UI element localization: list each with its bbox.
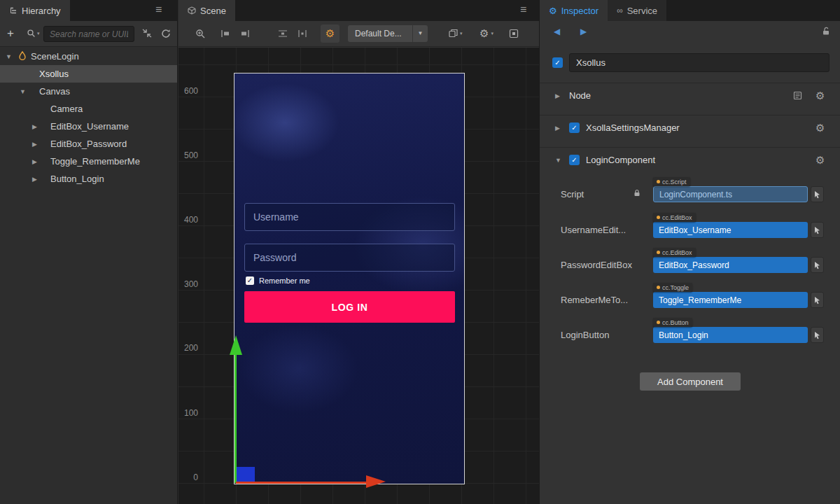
tree-row-toggle-rememberme[interactable]: ▶ Toggle_RememberMe	[0, 153, 177, 170]
tree-row-camera[interactable]: Camera	[0, 100, 177, 118]
tree-label: SceneLogin	[31, 51, 79, 62]
section-node[interactable]: ▶ Node ⚙	[540, 83, 840, 108]
tab-hierarchy[interactable]: Hierarchy	[0, 0, 70, 21]
ruler-label: 100	[180, 408, 198, 418]
tree-label: Xsollus	[39, 69, 69, 79]
section-xsolla-settings-manager[interactable]: ▶ ✓ XsollaSettingsManager ⚙	[540, 115, 840, 140]
expand-arrow-icon[interactable]: ▶	[32, 123, 37, 130]
scene-menu-icon[interactable]: ≡	[520, 4, 526, 16]
badge-dot-icon	[657, 321, 660, 324]
component-enabled-checkbox[interactable]: ✓	[569, 122, 580, 133]
remember-me-toggle[interactable]: ✓ Remember me	[246, 276, 310, 285]
x-axis-arrow-icon[interactable]	[366, 475, 386, 488]
tree-label: EditBox_Password	[50, 139, 127, 149]
hierarchy-toolbar: + ▾	[0, 21, 177, 47]
tree-label: Camera	[50, 104, 83, 114]
component-gear-icon[interactable]: ⚙	[816, 122, 825, 134]
distribute-horizontal-icon[interactable]	[278, 29, 288, 38]
expand-arrow-icon[interactable]: ▶	[32, 158, 37, 165]
lock-icon	[634, 189, 640, 197]
history-forward-icon[interactable]: ▶	[580, 27, 587, 36]
scene-settings-gear-icon[interactable]: ⚙▾	[479, 27, 493, 40]
unlock-icon[interactable]	[822, 27, 830, 36]
component-enabled-checkbox[interactable]: ✓	[569, 155, 580, 165]
password-editbox-ref[interactable]: EditBox_Password	[653, 257, 808, 273]
expand-arrow-icon[interactable]: ▶	[555, 92, 560, 99]
y-axis-gizmo[interactable]	[234, 354, 237, 483]
node-doc-icon[interactable]	[793, 91, 802, 100]
hierarchy-menu-icon[interactable]: ≡	[155, 4, 162, 16]
service-icon: ∞	[617, 6, 623, 15]
login-form-canvas[interactable]: Username Password ✓ Remember me LOG IN	[234, 73, 465, 484]
script-field[interactable]: LoginComponent.ts	[653, 186, 808, 202]
expand-arrow-icon[interactable]: ▶	[555, 125, 560, 132]
expand-arrow-icon[interactable]: ▼	[20, 88, 26, 95]
expand-arrow-icon[interactable]: ▼	[6, 53, 12, 60]
zoom-icon[interactable]	[195, 29, 206, 39]
collapse-all-icon[interactable]	[142, 29, 152, 38]
tree-row-button-login[interactable]: ▶ Button_Login	[0, 170, 177, 188]
tab-scene[interactable]: Scene	[178, 0, 235, 21]
search-filter-caret-icon: ▾	[37, 31, 40, 36]
component-gear-icon[interactable]: ⚙	[816, 154, 825, 167]
username-editbox-ref[interactable]: EditBox_Username	[653, 222, 808, 238]
section-settings-label: XsollaSettingsManager	[586, 122, 680, 133]
hierarchy-search-input[interactable]	[43, 26, 134, 42]
expand-arrow-icon[interactable]: ▼	[555, 157, 561, 164]
scene-toolbar: ⚙ Default De... ▼ ▾ ⚙▾	[178, 21, 539, 47]
tab-inspector-label: Inspector	[561, 6, 598, 16]
device-preview-dropdown[interactable]: Default De... ▼	[348, 25, 428, 42]
tree-label: Canvas	[39, 86, 70, 97]
tree-label: Button_Login	[50, 174, 104, 184]
tree-row-editbox-password[interactable]: ▶ EditBox_Password	[0, 135, 177, 153]
node-settings-gear-icon[interactable]: ⚙	[816, 90, 825, 102]
login-button-ref[interactable]: Button_Login	[653, 327, 808, 343]
node-name-input[interactable]	[569, 53, 830, 72]
tree-row-canvas[interactable]: ▼ Canvas	[0, 83, 177, 100]
y-axis-arrow-icon[interactable]	[230, 335, 242, 355]
tab-scene-label: Scene	[200, 6, 226, 16]
node-active-checkbox[interactable]: ✓	[552, 57, 563, 68]
add-component-label: Add Component	[657, 377, 723, 387]
locate-node-icon[interactable]	[811, 222, 824, 238]
align-left-icon[interactable]	[220, 29, 230, 38]
x-axis-gizmo[interactable]	[236, 482, 366, 484]
login-button[interactable]: LOG IN	[244, 291, 455, 323]
tree-row-xsollus[interactable]: Xsollus	[0, 65, 177, 83]
add-component-button[interactable]: Add Component	[640, 372, 741, 391]
component-type-badge: cc.EditBox	[653, 213, 696, 222]
align-right-icon[interactable]	[240, 29, 250, 38]
history-back-icon[interactable]: ◀	[554, 27, 560, 36]
ruler-label: 400	[180, 215, 198, 225]
username-field[interactable]: Username	[244, 203, 455, 231]
distribute-vertical-icon[interactable]	[298, 29, 307, 38]
tab-inspector[interactable]: ⚙ Inspector	[540, 0, 608, 21]
scene-light-icon[interactable]: ⚙	[321, 24, 340, 43]
locate-node-icon[interactable]	[811, 327, 824, 343]
chevron-down-icon: ▼	[412, 25, 428, 42]
login-button-label: LOG IN	[332, 302, 368, 313]
locate-node-icon[interactable]	[811, 292, 824, 308]
frame-selection-icon[interactable]	[509, 29, 519, 38]
rememberme-toggle-ref[interactable]: Toggle_RememberMe	[653, 292, 808, 308]
search-filter-button[interactable]: ▾	[27, 29, 40, 38]
scene-viewport[interactable]: 600 500 400 300 200 100 0 Username Passw…	[178, 48, 539, 504]
hierarchy-tree: ▼ SceneLogin Xsollus ▼ Canvas Camera ▶ E…	[0, 48, 177, 504]
expand-arrow-icon[interactable]: ▶	[32, 141, 37, 148]
inspector-panel: ⚙ Inspector ∞ Service ◀ ▶ ✓ ▶ Node ⚙ ▶ ✓	[539, 0, 840, 504]
tree-row-scenelogin[interactable]: ▼ SceneLogin	[0, 48, 177, 65]
refresh-icon[interactable]	[161, 29, 171, 38]
locate-node-icon[interactable]	[811, 257, 824, 273]
component-type-badge: cc.Button	[653, 318, 692, 327]
duplicate-icon[interactable]: ▾	[449, 29, 463, 38]
scene-tabstrip: Scene ≡	[178, 0, 539, 21]
scene-panel: Scene ≡ ⚙ Default De... ▼	[178, 0, 539, 504]
tree-row-editbox-username[interactable]: ▶ EditBox_Username	[0, 118, 177, 135]
locate-asset-icon[interactable]	[811, 186, 824, 202]
expand-arrow-icon[interactable]: ▶	[32, 176, 37, 183]
section-node-label: Node	[569, 90, 591, 101]
add-node-button[interactable]: +	[7, 27, 14, 41]
tab-service[interactable]: ∞ Service	[608, 0, 666, 21]
password-field[interactable]: Password	[244, 244, 455, 272]
section-login-component[interactable]: ▼ ✓ LoginComponent ⚙	[540, 147, 840, 172]
